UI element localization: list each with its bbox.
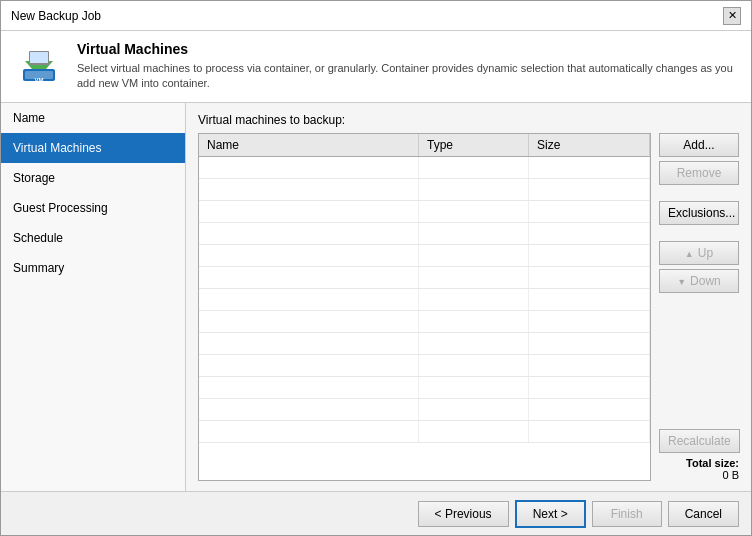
table-row [199,333,650,355]
finish-button[interactable]: Finish [592,501,662,527]
next-button[interactable]: Next > [515,500,586,528]
add-button[interactable]: Add... [659,133,739,157]
table-row [199,355,650,377]
sidebar-item-summary[interactable]: Summary [1,253,185,283]
down-button[interactable]: Down [659,269,739,293]
sidebar-item-guest-processing[interactable]: Guest Processing [1,193,185,223]
sidebar: Name Virtual Machines Storage Guest Proc… [1,103,186,491]
header-title: Virtual Machines [77,41,737,57]
exclusions-button[interactable]: Exclusions... [659,201,739,225]
sidebar-item-storage[interactable]: Storage [1,163,185,193]
cancel-button[interactable]: Cancel [668,501,739,527]
table-row [199,201,650,223]
sidebar-item-virtual-machines[interactable]: Virtual Machines [1,133,185,163]
col-size: Size [529,134,650,156]
sidebar-item-schedule[interactable]: Schedule [1,223,185,253]
main-panel: Virtual machines to backup: Name Type Si… [186,103,751,491]
close-button[interactable]: ✕ [723,7,741,25]
table-row [199,311,650,333]
svg-text:VM: VM [35,77,44,83]
table-row [199,267,650,289]
col-type: Type [419,134,529,156]
dialog-title: New Backup Job [11,9,101,23]
content-area: Name Virtual Machines Storage Guest Proc… [1,103,751,491]
table-and-buttons: Name Type Size [198,133,739,481]
table-row [199,421,650,443]
col-name: Name [199,134,419,156]
recalc-area: Recalculate Total size: 0 B [659,429,739,481]
recalculate-button[interactable]: Recalculate [659,429,740,453]
header-text: Virtual Machines Select virtual machines… [77,41,737,92]
table-row [199,377,650,399]
vm-icon: VM [15,41,63,89]
header-description: Select virtual machines to process via c… [77,61,737,92]
table-row [199,399,650,421]
svg-rect-4 [30,52,48,63]
header-section: VM Virtual Machines Select virtual machi… [1,31,751,103]
vm-list-label: Virtual machines to backup: [198,113,739,127]
total-size-display: Total size: 0 B [659,457,739,481]
table-row [199,289,650,311]
sidebar-item-name[interactable]: Name [1,103,185,133]
title-bar: New Backup Job ✕ [1,1,751,31]
table-row [199,157,650,179]
table-body[interactable] [199,157,650,477]
vm-table: Name Type Size [198,133,651,481]
table-row [199,223,650,245]
down-arrow-icon [677,274,686,288]
footer: < Previous Next > Finish Cancel [1,491,751,535]
table-row [199,179,650,201]
previous-button[interactable]: < Previous [418,501,509,527]
side-buttons: Add... Remove Exclusions... Up Down [659,133,739,481]
up-arrow-icon [685,246,694,260]
total-size-value: 0 B [722,469,739,481]
up-button[interactable]: Up [659,241,739,265]
total-size-label: Total size: [686,457,739,469]
table-row [199,245,650,267]
remove-button[interactable]: Remove [659,161,739,185]
new-backup-job-dialog: New Backup Job ✕ VM Virtual Machines Sel… [0,0,752,536]
table-header: Name Type Size [199,134,650,157]
